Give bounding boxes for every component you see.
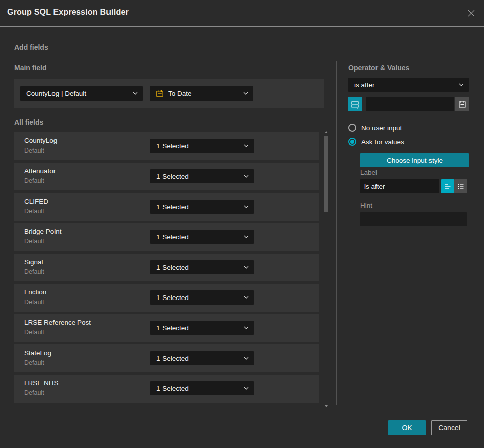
field-selected-value: 1 Selected <box>156 355 189 362</box>
field-selected-dropdown[interactable]: 1 Selected <box>150 260 254 274</box>
align-left-icon <box>444 182 452 190</box>
main-field-heading: Main field <box>14 64 47 72</box>
field-layer-name: Default <box>24 177 44 184</box>
field-name: CLIFED <box>24 197 48 205</box>
field-row: Friction Default 1 Selected <box>14 284 319 312</box>
field-row: LRSE Reference Post Default 1 Selected <box>14 314 319 342</box>
field-name: Friction <box>24 288 46 296</box>
chevron-down-icon <box>243 92 248 95</box>
field-selected-dropdown[interactable]: 1 Selected <box>150 230 254 244</box>
field-row: Attenuator Default 1 Selected <box>14 163 319 190</box>
chevron-down-icon <box>244 296 249 299</box>
dialog-title: Group SQL Expression Builder <box>7 8 129 17</box>
field-row: StateLog Default 1 Selected <box>14 344 319 372</box>
field-name: LRSE Reference Post <box>24 319 91 326</box>
stacked-inputs-icon <box>351 100 359 109</box>
main-field-select[interactable]: CountyLog | Default <box>20 86 143 101</box>
label-caption: Label <box>360 169 377 176</box>
scrollbar-thumb[interactable] <box>324 136 328 212</box>
field-selected-dropdown[interactable]: 1 Selected <box>150 169 254 183</box>
field-selected-dropdown[interactable]: 1 Selected <box>150 381 254 395</box>
field-name: Bridge Point <box>24 228 62 235</box>
chevron-down-icon <box>244 205 249 208</box>
fields-list-scrollbar[interactable] <box>324 130 329 408</box>
cancel-button-label: Cancel <box>438 424 460 432</box>
ok-button-label: OK <box>402 424 412 432</box>
chevron-down-icon <box>244 387 249 390</box>
ask-for-values-option[interactable]: Ask for values <box>348 138 404 146</box>
field-name: LRSE NHS <box>24 379 59 387</box>
operator-select-value: is after <box>354 81 375 89</box>
ask-for-values-label: Ask for values <box>361 138 404 146</box>
field-selected-value: 1 Selected <box>156 385 189 392</box>
field-selected-dropdown[interactable]: 1 Selected <box>150 290 254 305</box>
field-layer-name: Default <box>24 238 44 245</box>
cancel-button[interactable]: Cancel <box>431 420 467 435</box>
chevron-down-icon <box>244 266 249 269</box>
field-selected-dropdown[interactable]: 1 Selected <box>150 200 254 214</box>
value-input[interactable] <box>366 97 454 111</box>
chevron-down-icon <box>133 92 138 95</box>
all-fields-list: CountyLog Default 1 Selected Attenuator … <box>14 132 319 405</box>
field-row: Signal Default 1 Selected <box>14 254 319 281</box>
field-selected-value: 1 Selected <box>156 233 189 241</box>
no-user-input-option[interactable]: No user input <box>348 124 402 132</box>
field-selected-value: 1 Selected <box>156 142 189 150</box>
close-button[interactable] <box>465 7 477 19</box>
field-selected-value: 1 Selected <box>156 264 189 271</box>
single-value-style-button[interactable] <box>441 179 454 193</box>
field-layer-name: Default <box>24 298 44 306</box>
value-date-picker-button[interactable] <box>455 97 469 111</box>
main-field-date-value: To Date <box>168 90 192 97</box>
field-row: Bridge Point Default 1 Selected <box>14 223 319 251</box>
radio-unselected-icon <box>348 124 356 132</box>
field-name: StateLog <box>24 349 51 357</box>
group-sql-expression-builder-dialog: Group SQL Expression Builder Add fields … <box>0 0 484 448</box>
list-value-style-button[interactable] <box>454 179 467 193</box>
field-selected-dropdown[interactable]: 1 Selected <box>150 321 254 335</box>
operator-select[interactable]: is after <box>348 78 469 92</box>
calendar-icon <box>458 100 466 108</box>
main-field-date-select[interactable]: To Date <box>150 86 253 101</box>
field-selected-dropdown[interactable]: 1 Selected <box>150 351 254 365</box>
main-field-select-value: CountyLog | Default <box>26 90 86 97</box>
field-selected-value: 1 Selected <box>156 324 189 332</box>
hint-caption: Hint <box>360 202 372 209</box>
field-row: CountyLog Default 1 Selected <box>14 132 319 160</box>
close-icon <box>467 9 475 17</box>
chevron-down-icon <box>244 235 249 238</box>
chevron-down-icon <box>244 326 249 329</box>
operator-values-heading: Operator & Values <box>348 64 409 72</box>
field-name: Signal <box>24 258 43 266</box>
hint-input[interactable] <box>360 212 467 226</box>
field-layer-name: Default <box>24 359 44 366</box>
radio-selected-icon <box>348 138 356 146</box>
all-fields-heading: All fields <box>14 118 43 126</box>
value-input-type-button[interactable] <box>348 97 362 111</box>
chevron-down-icon <box>244 144 249 147</box>
choose-input-style-button[interactable]: Choose input style <box>360 153 469 167</box>
field-row: CLIFED Default 1 Selected <box>14 193 319 221</box>
field-row: LRSE NHS Default 1 Selected <box>14 375 319 403</box>
scroll-down-icon[interactable] <box>325 405 328 407</box>
field-selected-value: 1 Selected <box>156 203 189 211</box>
add-fields-heading: Add fields <box>14 43 48 52</box>
field-layer-name: Default <box>24 329 44 336</box>
field-selected-dropdown[interactable]: 1 Selected <box>150 139 254 153</box>
no-user-input-label: No user input <box>361 124 402 132</box>
chevron-down-icon <box>244 175 249 178</box>
field-selected-value: 1 Selected <box>156 294 189 302</box>
choose-input-style-label: Choose input style <box>387 157 443 164</box>
field-selected-value: 1 Selected <box>156 173 189 180</box>
main-field-panel: CountyLog | Default To Date <box>14 79 324 108</box>
list-icon <box>457 182 465 190</box>
scroll-up-icon[interactable] <box>325 131 328 133</box>
field-layer-name: Default <box>24 147 44 154</box>
chevron-down-icon <box>459 83 464 86</box>
ok-button[interactable]: OK <box>388 420 426 435</box>
field-layer-name: Default <box>24 389 44 396</box>
calendar-icon <box>156 90 164 97</box>
chevron-down-icon <box>244 357 249 360</box>
field-layer-name: Default <box>24 208 44 215</box>
label-input[interactable] <box>360 179 439 193</box>
